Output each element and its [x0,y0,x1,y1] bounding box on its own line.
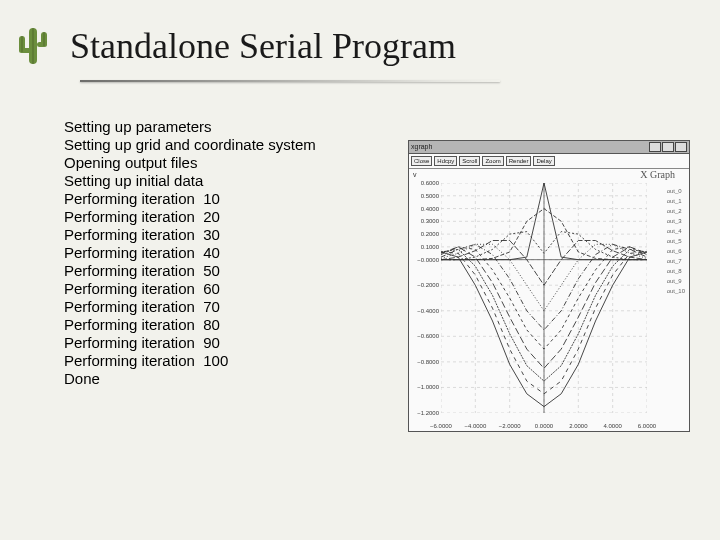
x-tick: 6.0000 [638,423,656,429]
legend-item: out_2 [667,207,685,215]
terminal-line: Performing iteration 10 [64,190,316,208]
y-axis-label: v [413,171,417,178]
plot-svg [441,183,647,413]
legend-item: out_4 [667,227,685,235]
cactus-logo-icon [14,22,52,70]
svg-rect-4 [37,42,47,47]
legend-item: out_7 [667,257,685,265]
title-underline [80,80,500,82]
x-tick: 0.0000 [535,423,553,429]
terminal-line: Done [64,370,316,388]
x-tick: 4.0000 [603,423,621,429]
y-tick: 0.6000 [413,180,439,186]
terminal-line: Performing iteration 100 [64,352,316,370]
y-tick: −0.6000 [413,333,439,339]
toolbar-render-button[interactable]: Render [506,156,532,166]
terminal-line: Setting up grid and coordinate system [64,136,316,154]
y-tick: 0.3000 [413,218,439,224]
y-tick: 0.5000 [413,193,439,199]
slide-title: Standalone Serial Program [70,22,456,66]
xgraph-titlebar: xgraph [409,141,689,154]
window-minimize-icon[interactable] [649,142,661,152]
terminal-output: Setting up parameters Setting up grid an… [64,118,316,388]
y-tick: −1.0000 [413,384,439,390]
x-tick: 2.0000 [569,423,587,429]
window-close-icon[interactable] [675,142,687,152]
terminal-line: Setting up initial data [64,172,316,190]
y-tick: −0.4000 [413,308,439,314]
toolbar-hdcpy-button[interactable]: Hdcpy [434,156,457,166]
terminal-line: Performing iteration 50 [64,262,316,280]
terminal-line: Setting up parameters [64,118,316,136]
x-tick: −2.0000 [499,423,521,429]
toolbar-scroll-button[interactable]: Scroll [459,156,480,166]
xgraph-window-title: xgraph [411,141,432,153]
plot-area [441,183,647,413]
terminal-line: Performing iteration 40 [64,244,316,262]
y-tick: −1.2000 [413,410,439,416]
terminal-line: Performing iteration 90 [64,334,316,352]
window-maximize-icon[interactable] [662,142,674,152]
legend-item: out_0 [667,187,685,195]
toolbar-close-button[interactable]: Close [411,156,432,166]
x-tick: −4.0000 [464,423,486,429]
legend-item: out_1 [667,197,685,205]
terminal-line: Performing iteration 20 [64,208,316,226]
y-tick: −0.2000 [413,282,439,288]
terminal-line: Performing iteration 80 [64,316,316,334]
y-tick: 0.1000 [413,244,439,250]
terminal-line: Performing iteration 70 [64,298,316,316]
xgraph-toolbar: Close Hdcpy Scroll Zoom Render Delay [409,154,689,169]
header: Standalone Serial Program [0,0,720,70]
legend-item: out_9 [667,277,685,285]
x-tick: −6.0000 [430,423,452,429]
terminal-line: Performing iteration 30 [64,226,316,244]
y-tick: 0.4000 [413,206,439,212]
legend-item: out_6 [667,247,685,255]
toolbar-zoom-button[interactable]: Zoom [482,156,503,166]
xgraph-window: xgraph Close Hdcpy Scroll Zoom Render De… [408,140,690,432]
slide: Standalone Serial Program Setting up par… [0,0,720,540]
y-tick: −0.8000 [413,359,439,365]
legend-item: out_8 [667,267,685,275]
legend-item: out_5 [667,237,685,245]
y-tick: 0.2000 [413,231,439,237]
toolbar-delay-button[interactable]: Delay [533,156,554,166]
svg-rect-3 [19,48,33,53]
chart-title: X Graph [640,169,675,180]
legend-item: out_10 [667,287,685,295]
y-tick: −0.0000 [413,257,439,263]
window-buttons [649,142,687,152]
legend-item: out_3 [667,217,685,225]
legend: out_0 out_1 out_2 out_3 out_4 out_5 out_… [667,187,685,295]
terminal-line: Opening output files [64,154,316,172]
terminal-line: Performing iteration 60 [64,280,316,298]
